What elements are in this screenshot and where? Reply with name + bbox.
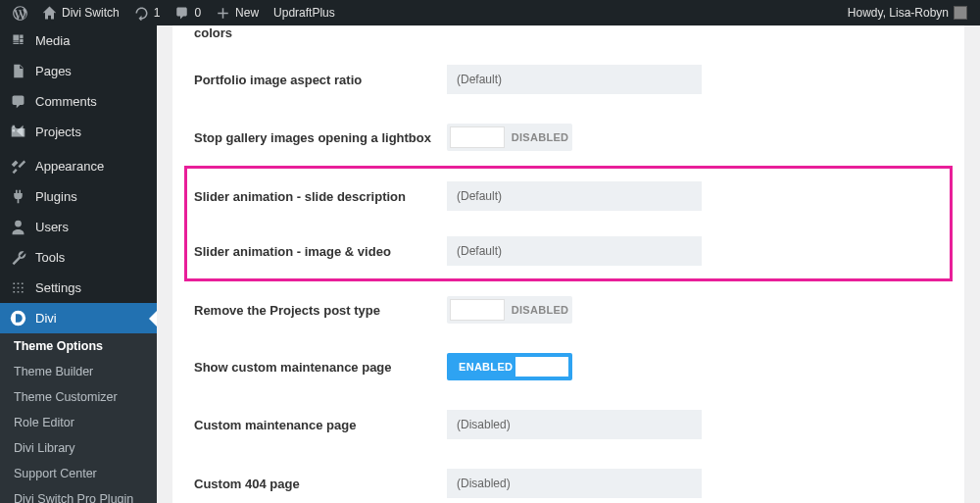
users-icon [10, 219, 26, 235]
appearance-icon [10, 158, 26, 175]
sidebar-item-divi[interactable]: Divi [0, 303, 157, 333]
sidebar-item-comments[interactable]: Comments [0, 86, 157, 117]
toggle-knob [450, 299, 505, 321]
howdy-text: Howdy, Lisa-Robyn [848, 6, 949, 20]
tools-icon [10, 249, 26, 266]
remove-projects-toggle[interactable]: DISABLED [447, 296, 572, 324]
plugins-icon [10, 188, 26, 205]
site-title: Divi Switch [62, 6, 120, 20]
sidebar-item-label: Projects [35, 125, 81, 139]
setting-row-slider-desc: Slider animation - slide description (De… [194, 169, 943, 224]
submenu-role-editor[interactable]: Role Editor [0, 410, 157, 435]
comment-icon [174, 6, 189, 21]
admin-bar-left: Divi Switch 1 0 New UpdraftPlus [6, 0, 342, 25]
sidebar-item-plugins[interactable]: Plugins [0, 181, 157, 212]
avatar [954, 6, 967, 20]
toggle-knob [514, 356, 569, 377]
setting-label: Slider animation - image & video [194, 244, 447, 259]
sidebar-item-label: Appearance [35, 159, 104, 174]
setting-label: Custom 404 page [194, 477, 447, 491]
sidebar-item-pages[interactable]: Pages [0, 56, 157, 86]
home-icon [42, 6, 57, 21]
sidebar-item-label: Comments [35, 94, 97, 109]
pages-icon [10, 63, 26, 79]
comments-icon [10, 93, 26, 110]
slider-desc-select[interactable]: (Default) [447, 181, 702, 211]
sidebar-item-tools[interactable]: Tools [0, 242, 157, 273]
sidebar-item-users[interactable]: Users [0, 212, 157, 242]
setting-row-stop-lightbox: Stop gallery images opening a lightbox D… [194, 109, 943, 166]
admin-bar-right: Howdy, Lisa-Robyn [841, 0, 974, 25]
sidebar-item-label: Tools [35, 250, 65, 265]
wp-logo[interactable] [6, 0, 34, 25]
toggle-label: ENABLED [447, 361, 513, 373]
settings-icon [10, 279, 26, 296]
setting-label: Portfolio image aspect ratio [194, 73, 447, 87]
404-page-select[interactable]: (Disabled) [447, 469, 702, 498]
toggle-knob [450, 126, 505, 148]
submenu-divi-library[interactable]: Divi Library [0, 435, 157, 461]
setting-label: Show custom maintenance page [194, 360, 447, 375]
updates[interactable]: 1 [127, 0, 168, 25]
update-icon [134, 6, 149, 21]
settings-panel: colors Portfolio image aspect ratio (Def… [172, 25, 964, 503]
new-label: New [235, 6, 259, 20]
sidebar-item-label: Users [35, 220, 69, 234]
admin-sidebar: Media Pages Comments Projects Appearance… [0, 25, 157, 503]
sidebar-item-label: Plugins [35, 189, 77, 204]
stop-lightbox-toggle[interactable]: DISABLED [447, 124, 572, 151]
sidebar-item-projects[interactable]: Projects [0, 117, 157, 147]
setting-label: Stop gallery images opening a lightbox [194, 130, 447, 145]
sidebar-item-media[interactable]: Media [0, 25, 157, 56]
highlighted-slider-settings: Slider animation - slide description (De… [184, 166, 953, 281]
updraft[interactable]: UpdraftPlus [267, 0, 342, 25]
divi-submenu: Theme Options Theme Builder Theme Custom… [0, 333, 157, 503]
submenu-theme-customizer[interactable]: Theme Customizer [0, 384, 157, 410]
admin-bar: Divi Switch 1 0 New UpdraftPlus Howdy, L… [0, 0, 980, 25]
slider-media-select[interactable]: (Default) [447, 236, 702, 266]
setting-row-maint-page: Custom maintenance page (Disabled) [194, 395, 943, 454]
wordpress-icon [13, 6, 27, 21]
setting-row-aspect-ratio: Portfolio image aspect ratio (Default) [194, 50, 943, 109]
aspect-ratio-select[interactable]: (Default) [447, 65, 702, 94]
maint-show-toggle[interactable]: ENABLED [447, 353, 572, 380]
site-home[interactable]: Divi Switch [35, 0, 126, 25]
sidebar-item-settings[interactable]: Settings [0, 273, 157, 303]
sidebar-item-label: Pages [35, 64, 72, 78]
divi-icon [10, 310, 26, 327]
submenu-theme-builder[interactable]: Theme Builder [0, 359, 157, 384]
setting-row-slider-media: Slider animation - image & video (Defaul… [194, 224, 943, 278]
sidebar-item-label: Media [35, 33, 70, 48]
plus-icon [216, 6, 230, 21]
setting-label: Custom maintenance page [194, 418, 447, 432]
toggle-label: DISABLED [508, 304, 572, 316]
submenu-divi-switch-pro[interactable]: Divi Switch Pro Plugin [0, 486, 157, 503]
comments-bar[interactable]: 0 [168, 0, 208, 25]
setting-label: Remove the Projects post type [194, 303, 447, 318]
projects-icon [10, 124, 26, 140]
media-icon [10, 32, 26, 49]
updraft-label: UpdraftPlus [273, 6, 335, 20]
sidebar-item-appearance[interactable]: Appearance [0, 151, 157, 181]
sidebar-item-label: Settings [35, 280, 81, 295]
new-content[interactable]: New [209, 0, 266, 25]
content-area: colors Portfolio image aspect ratio (Def… [157, 25, 980, 503]
setting-label-partial: colors [194, 25, 943, 50]
toggle-label: DISABLED [508, 131, 572, 143]
my-account[interactable]: Howdy, Lisa-Robyn [841, 0, 974, 25]
comments-count: 0 [194, 6, 201, 20]
setting-row-remove-projects: Remove the Projects post type DISABLED [194, 281, 943, 338]
setting-row-maint-show: Show custom maintenance page ENABLED [194, 338, 943, 395]
submenu-support-center[interactable]: Support Center [0, 461, 157, 486]
maint-page-select[interactable]: (Disabled) [447, 410, 702, 439]
setting-row-404-page: Custom 404 page (Disabled) [194, 454, 943, 503]
submenu-theme-options[interactable]: Theme Options [0, 333, 157, 359]
sidebar-item-label: Divi [35, 311, 57, 326]
updates-count: 1 [154, 6, 161, 20]
setting-label: Slider animation - slide description [194, 189, 447, 204]
